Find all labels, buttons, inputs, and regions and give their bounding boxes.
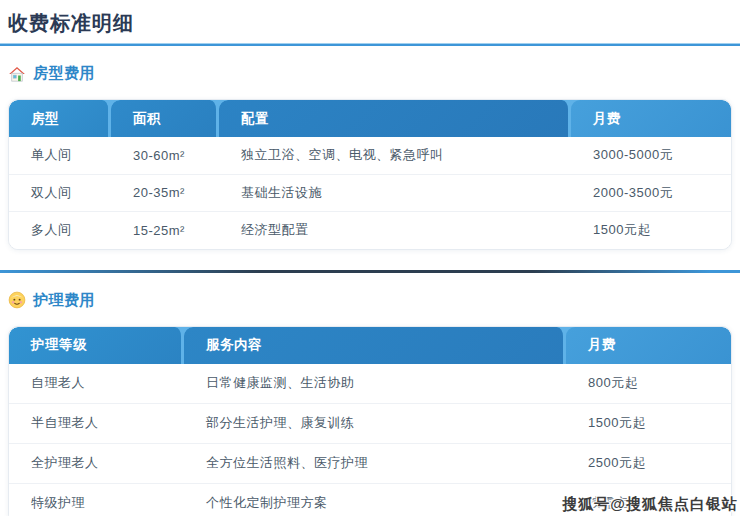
table-cell: 部分生活护理、康复训练 — [184, 404, 566, 443]
table-row: 单人间30-60m²独立卫浴、空调、电视、紧急呼叫3000-5000元 — [9, 137, 731, 174]
column-header: 面积 — [111, 100, 219, 137]
column-header: 月费 — [571, 100, 731, 137]
title-underline — [0, 43, 740, 46]
table-cell: 2000-3500元 — [571, 175, 731, 212]
table-cell: 全护理老人 — [9, 444, 184, 483]
room-fees-table-body: 单人间30-60m²独立卫浴、空调、电视、紧急呼叫3000-5000元双人间20… — [9, 137, 731, 249]
table-cell: 个性化定制护理方案 — [184, 484, 566, 516]
table-row: 多人间15-25m²经济型配置1500元起 — [9, 211, 731, 249]
table-cell: 基础生活设施 — [219, 175, 571, 212]
table-cell: 800元起 — [566, 364, 731, 403]
table-row: 自理老人日常健康监测、生活协助800元起 — [9, 364, 731, 403]
care-fees-table-header: 护理等级服务内容月费 — [9, 327, 731, 364]
table-cell: 单人间 — [9, 137, 111, 174]
care-fees-table-body: 自理老人日常健康监测、生活协助800元起半自理老人部分生活护理、康复训练1500… — [9, 364, 731, 516]
table-cell: 3000-5000元 — [571, 137, 731, 174]
section-divider — [0, 270, 740, 273]
table-cell: 自理老人 — [9, 364, 184, 403]
column-header: 服务内容 — [184, 327, 566, 364]
table-row: 全护理老人全方位生活照料、医疗护理2500元起 — [9, 443, 731, 483]
table-cell: 1500元起 — [566, 404, 731, 443]
section-heading-care-fees: 护理费用 — [8, 291, 732, 310]
page-title: 收费标准明细 — [8, 10, 732, 36]
table-cell: 双人间 — [9, 175, 111, 212]
section-heading-label: 房型费用 — [33, 64, 95, 83]
house-icon — [8, 65, 26, 83]
table-cell: 日常健康监测、生活协助 — [184, 364, 566, 403]
column-header: 配置 — [219, 100, 571, 137]
table-cell: 30-60m² — [111, 137, 219, 174]
elder-icon — [8, 291, 26, 309]
table-cell: 1500元起 — [571, 212, 731, 249]
room-fees-table-header: 房型面积配置月费 — [9, 100, 731, 137]
table-cell: 特级护理 — [9, 484, 184, 516]
table-row: 双人间20-35m²基础生活设施2000-3500元 — [9, 174, 731, 212]
section-heading-room-fees: 房型费用 — [8, 64, 732, 83]
table-cell: 20-35m² — [111, 175, 219, 212]
table-cell: 全方位生活照料、医疗护理 — [184, 444, 566, 483]
column-header: 护理等级 — [9, 327, 184, 364]
table-cell: 多人间 — [9, 212, 111, 249]
column-header: 房型 — [9, 100, 111, 137]
table-row: 半自理老人部分生活护理、康复训练1500元起 — [9, 403, 731, 443]
table-cell: 独立卫浴、空调、电视、紧急呼叫 — [219, 137, 571, 174]
room-fees-table: 房型面积配置月费 单人间30-60m²独立卫浴、空调、电视、紧急呼叫3000-5… — [8, 99, 732, 250]
care-fees-table: 护理等级服务内容月费 自理老人日常健康监测、生活协助800元起半自理老人部分生活… — [8, 326, 732, 516]
table-cell: 2500元起 — [566, 444, 731, 483]
table-cell: 15-25m² — [111, 212, 219, 249]
watermark: 搜狐号@搜狐焦点白银站 — [562, 495, 738, 514]
section-heading-label: 护理费用 — [33, 291, 95, 310]
column-header: 月费 — [566, 327, 731, 364]
table-cell: 经济型配置 — [219, 212, 571, 249]
table-cell: 半自理老人 — [9, 404, 184, 443]
